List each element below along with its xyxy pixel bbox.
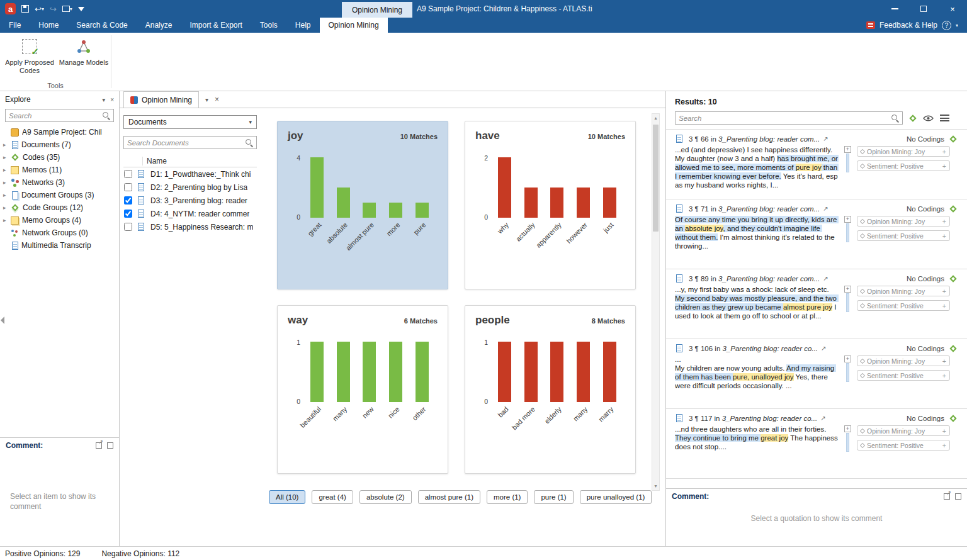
results-search[interactable] bbox=[675, 111, 903, 125]
proposed-code-opinion-mining-joy[interactable]: Opinion Mining: Joy+ bbox=[857, 425, 950, 436]
save-comment-icon[interactable] bbox=[955, 493, 961, 500]
open-comment-icon[interactable] bbox=[96, 442, 102, 449]
code-diamond-icon[interactable] bbox=[949, 415, 956, 422]
scroll-down-icon[interactable]: ▾ bbox=[654, 482, 657, 490]
proposed-code-opinion-mining-joy[interactable]: Opinion Mining: Joy+ bbox=[857, 356, 950, 366]
tree-item-memos-11[interactable]: ▸Memos (11) bbox=[0, 164, 119, 176]
bar-bad-more[interactable] bbox=[524, 342, 538, 402]
bar-marry[interactable] bbox=[603, 342, 616, 402]
add-icon[interactable]: + bbox=[942, 372, 946, 379]
maximize-button[interactable] bbox=[909, 0, 938, 18]
scope-dropdown[interactable]: Documents ▾ bbox=[123, 115, 257, 129]
bar-great[interactable] bbox=[310, 157, 324, 218]
proposed-code-sentiment-positive[interactable]: Sentiment: Positive+ bbox=[857, 440, 950, 451]
bar-apparently[interactable] bbox=[550, 188, 563, 218]
filter-more-1[interactable]: more (1) bbox=[487, 490, 528, 504]
add-icon[interactable]: + bbox=[942, 302, 946, 310]
document-checkbox-d1[interactable] bbox=[124, 170, 132, 178]
code-diamond-icon[interactable] bbox=[949, 345, 956, 352]
panel-menu-icon[interactable]: ▾ bbox=[102, 96, 105, 103]
close-button[interactable]: × bbox=[938, 0, 967, 18]
bar-absolute[interactable] bbox=[337, 188, 350, 218]
menu-item-tools[interactable]: Tools bbox=[251, 18, 286, 33]
save-icon[interactable] bbox=[21, 3, 29, 14]
add-icon[interactable]: + bbox=[942, 232, 946, 240]
add-coding-icon[interactable]: + bbox=[844, 146, 851, 153]
filter-great-4[interactable]: great (4) bbox=[312, 490, 353, 504]
save-comment-icon[interactable] bbox=[107, 442, 113, 449]
code-diamond-icon[interactable] bbox=[949, 135, 956, 142]
collapse-panel-arrow[interactable] bbox=[1, 316, 4, 324]
open-quotation-icon[interactable]: ↗ bbox=[823, 275, 828, 282]
bar-however[interactable] bbox=[577, 188, 590, 218]
explore-search[interactable] bbox=[5, 109, 114, 122]
document-row-d4[interactable]: D4: 4_NYTM: reader commer bbox=[123, 207, 257, 220]
tree-item-a9-sample-project-chil[interactable]: A9 Sample Project: Chil bbox=[0, 126, 119, 138]
document-search[interactable] bbox=[123, 136, 257, 149]
menu-item-home[interactable]: Home bbox=[30, 18, 67, 33]
expand-arrow-icon[interactable]: ▸ bbox=[3, 204, 11, 211]
open-comment-icon[interactable] bbox=[944, 493, 950, 500]
ribbon-button-apply-proposed-codes[interactable]: Apply Proposed Codes bbox=[4, 35, 55, 79]
add-icon[interactable]: + bbox=[942, 427, 946, 435]
add-icon[interactable]: + bbox=[942, 288, 946, 295]
expand-arrow-icon[interactable]: ▸ bbox=[3, 142, 11, 148]
document-row-d2[interactable]: D2: 2_Parenting blog by Lisa bbox=[123, 181, 257, 194]
bar-pure[interactable] bbox=[416, 203, 429, 218]
scroll-up-icon[interactable]: ▴ bbox=[654, 114, 657, 122]
open-quotation-icon[interactable]: ↗ bbox=[823, 135, 828, 142]
customize-toolbar-icon[interactable] bbox=[78, 3, 84, 14]
document-row-d1[interactable]: D1: 1_Powdthavee:_Think chi bbox=[123, 167, 257, 181]
tree-item-codes-35[interactable]: ▸Codes (35) bbox=[0, 151, 119, 164]
menu-item-help[interactable]: Help bbox=[286, 18, 320, 33]
bar-more[interactable] bbox=[389, 203, 402, 218]
open-quotation-icon[interactable]: ↗ bbox=[823, 205, 828, 212]
proposed-code-sentiment-positive[interactable]: Sentiment: Positive+ bbox=[857, 300, 950, 311]
menu-item-import-export[interactable]: Import & Export bbox=[181, 18, 251, 33]
minimize-button[interactable] bbox=[880, 0, 909, 18]
document-search-input[interactable] bbox=[127, 139, 245, 147]
proposed-code-opinion-mining-joy[interactable]: Opinion Mining: Joy+ bbox=[857, 286, 950, 296]
document-checkbox-d2[interactable] bbox=[124, 183, 132, 191]
add-coding-icon[interactable]: + bbox=[844, 286, 851, 293]
bar-beautiful[interactable] bbox=[310, 342, 324, 402]
chart-card-have[interactable]: have10 Matches20whyactuallyapparentlyhow… bbox=[465, 121, 636, 289]
expand-arrow-icon[interactable]: ▸ bbox=[3, 179, 11, 186]
document-checkbox-d5[interactable] bbox=[124, 223, 132, 231]
bar-other[interactable] bbox=[416, 342, 429, 402]
document-row-d3[interactable]: D3: 3_Parenting blog: reader bbox=[123, 194, 257, 207]
quotation-item[interactable]: 3 ¶ 106 in 3_Parenting blog: reader co..… bbox=[666, 339, 967, 409]
proposed-code-sentiment-positive[interactable]: Sentiment: Positive+ bbox=[857, 160, 950, 171]
bar-new[interactable] bbox=[363, 342, 376, 402]
tree-item-networks-3[interactable]: ▸Networks (3) bbox=[0, 176, 119, 189]
window-switch-icon[interactable]: ▾ bbox=[62, 3, 72, 14]
preview-eye-icon[interactable] bbox=[923, 115, 934, 122]
tab-list-icon[interactable]: ▾ bbox=[205, 96, 208, 103]
tab-close-icon[interactable]: × bbox=[215, 95, 219, 104]
bar-elderly[interactable] bbox=[550, 342, 563, 402]
open-quotation-icon[interactable]: ↗ bbox=[821, 345, 826, 352]
contextual-tab[interactable]: Opinion Mining bbox=[342, 2, 412, 18]
add-icon[interactable]: + bbox=[942, 218, 946, 225]
quotation-item[interactable]: 3 ¶ 66 in 3_Parenting blog: reader com..… bbox=[666, 130, 967, 199]
undo-icon[interactable]: ↩▾ bbox=[35, 3, 44, 14]
panel-close-icon[interactable]: × bbox=[110, 96, 114, 103]
bar-almost-pure[interactable] bbox=[363, 203, 376, 218]
bar-why[interactable] bbox=[498, 157, 511, 218]
chart-card-people[interactable]: people8 Matches10badbad moreelderlymanym… bbox=[465, 305, 636, 474]
feedback-help-link[interactable]: Feedback & Help bbox=[879, 21, 937, 30]
expand-arrow-icon[interactable]: ▸ bbox=[3, 167, 11, 173]
code-diamond-icon[interactable] bbox=[949, 205, 956, 212]
proposed-code-sentiment-positive[interactable]: Sentiment: Positive+ bbox=[857, 370, 950, 381]
add-coding-icon[interactable]: + bbox=[844, 356, 851, 362]
filter-pure-1[interactable]: pure (1) bbox=[534, 490, 573, 504]
chart-card-joy[interactable]: joy10 Matches40greatabsolutealmost purem… bbox=[277, 121, 448, 289]
filter-absolute-2[interactable]: absolute (2) bbox=[359, 490, 412, 504]
add-icon[interactable]: + bbox=[942, 148, 946, 155]
bar-bad[interactable] bbox=[498, 342, 511, 402]
menu-item-file[interactable]: File bbox=[0, 18, 30, 33]
add-coding-icon[interactable]: + bbox=[844, 216, 851, 223]
quotation-item[interactable]: 3 ¶ 89 in 3_Parenting blog: reader com..… bbox=[666, 269, 967, 339]
tree-item-documents-7[interactable]: ▸Documents (7) bbox=[0, 138, 119, 151]
add-coding-icon[interactable]: + bbox=[844, 425, 851, 432]
